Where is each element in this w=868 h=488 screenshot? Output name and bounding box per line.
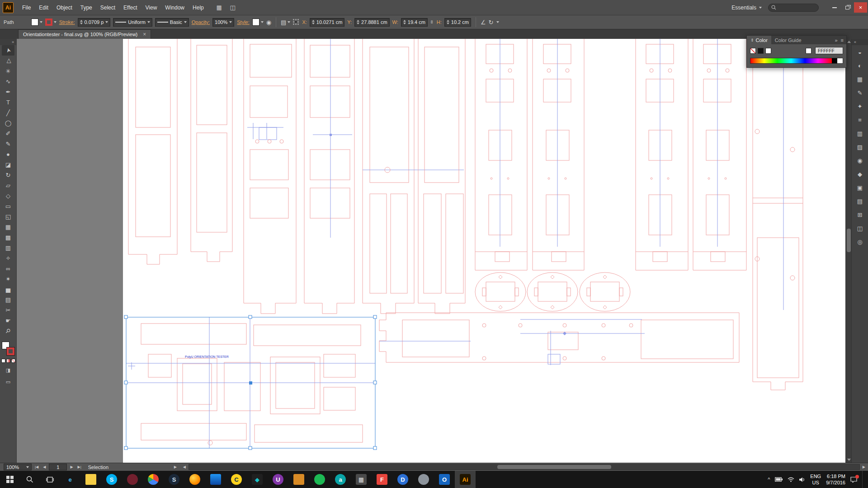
panel-icon-symbols[interactable]: ✦	[854, 100, 866, 113]
pen-tool[interactable]: ✒	[2, 87, 14, 97]
width-tool[interactable]: ◇	[2, 191, 14, 201]
color-mode-button[interactable]	[1, 359, 5, 363]
taskbar-app-green-circle[interactable]	[309, 471, 330, 488]
panel-icon-color[interactable]: ◒	[854, 46, 866, 58]
minimize-button[interactable]	[828, 2, 841, 13]
gradient-mode-button[interactable]	[6, 359, 10, 363]
selection-center-point[interactable]	[249, 381, 252, 385]
eyedropper-tool[interactable]: ✧	[2, 253, 14, 263]
taskbar-app-blue-d[interactable]: D	[392, 471, 413, 488]
menu-select[interactable]: Select	[96, 0, 119, 15]
pencil-tool[interactable]: ✎	[2, 139, 14, 149]
swatch-white[interactable]	[765, 48, 771, 54]
zoom-tool[interactable]: ⚲	[2, 326, 14, 336]
hidden-icons-chevron[interactable]: ^	[768, 477, 770, 482]
h-field[interactable]: 10.2 cm	[444, 18, 471, 27]
recolor-artwork-icon[interactable]: ◉	[266, 19, 271, 26]
panel-icon-brushes[interactable]: ✎	[854, 86, 866, 99]
color-spectrum[interactable]	[750, 58, 843, 64]
taskbar-app-teal-circle[interactable]: a	[330, 471, 351, 488]
spectrum-black-swatch[interactable]	[832, 58, 837, 63]
stroke-color-swatch[interactable]	[7, 347, 14, 355]
zoom-field[interactable]: 100%	[4, 464, 32, 470]
action-center-icon[interactable]	[850, 477, 857, 483]
opacity-panel-link[interactable]: Opacity:	[192, 19, 210, 25]
panel-icon-layers[interactable]: ▣	[854, 181, 866, 194]
tab-color[interactable]: ⇕ Color	[747, 36, 771, 44]
scroll-right-icon[interactable]: ▶	[862, 465, 866, 469]
selection-tool[interactable]: ➤	[2, 45, 14, 56]
rotate-icon[interactable]: ↻	[489, 19, 494, 26]
vertical-scrollbar[interactable]	[845, 39, 851, 463]
volume-icon[interactable]	[799, 477, 805, 482]
menu-help[interactable]: Help	[189, 0, 208, 15]
stepper-icon[interactable]	[357, 20, 359, 24]
artboard-tool[interactable]: ▤	[2, 295, 14, 305]
panel-icon-align[interactable]: ⊞	[854, 208, 866, 221]
taskbar-app-f-red[interactable]: F	[372, 471, 392, 488]
dock-expand-icon[interactable]: «	[852, 39, 868, 45]
artboard-number-field[interactable]: 1	[49, 464, 67, 470]
scale-tool[interactable]: ▱	[2, 180, 14, 191]
selection-handle[interactable]	[124, 381, 127, 384]
taskbar-app-steam[interactable]: S	[164, 471, 184, 488]
taskbar-app-firefox[interactable]	[184, 471, 205, 488]
canvas[interactable]: PolyU ORIENTATION TESTER	[17, 39, 851, 463]
stroke-panel-link[interactable]: Stroke:	[59, 19, 75, 25]
drawing-mode-button[interactable]: ◨	[2, 366, 14, 375]
none-mode-button[interactable]	[11, 359, 15, 363]
shear-icon[interactable]: ∠	[481, 19, 486, 26]
spectrum-ramp[interactable]	[750, 58, 832, 63]
fill-color-dropdown[interactable]	[31, 19, 42, 26]
search-input[interactable]	[778, 5, 816, 10]
taskbar-app-blue-shield[interactable]	[205, 471, 226, 488]
tools-collapse-icon[interactable]: »	[0, 39, 16, 45]
brush-definition-dropdown[interactable]: Basic	[155, 18, 189, 27]
restore-button[interactable]	[841, 2, 854, 13]
style-panel-link[interactable]: Style:	[237, 19, 250, 25]
menu-file[interactable]: File	[18, 0, 35, 15]
x-field[interactable]: 10.0271 cm	[310, 18, 344, 27]
start-button[interactable]	[0, 471, 20, 488]
taskbar-app-file-explorer[interactable]	[80, 471, 101, 488]
taskbar-app-amber-shield[interactable]	[288, 471, 309, 488]
panel-icon-pathfinder[interactable]: ◫	[854, 222, 866, 235]
panel-icon-transparency[interactable]: ▨	[854, 141, 866, 153]
taskbar-app-outlook[interactable]: O	[434, 471, 455, 488]
taskbar-app-maroon-circle[interactable]	[122, 471, 143, 488]
first-artboard-button[interactable]: |◀	[33, 465, 40, 469]
screen-mode-button[interactable]: ▭	[2, 377, 14, 386]
opacity-field[interactable]: 100%	[212, 18, 234, 27]
status-menu-icon[interactable]: ▶	[174, 465, 177, 469]
width-profile-dropdown[interactable]: Uniform	[113, 18, 152, 27]
blob-brush-tool[interactable]: ●	[2, 149, 14, 160]
taskbar-app-chrome[interactable]	[143, 471, 164, 488]
gradient-tool[interactable]: ▥	[2, 243, 14, 253]
fill-stroke-indicator[interactable]	[2, 342, 14, 355]
task-view-button[interactable]	[40, 471, 60, 488]
menu-type[interactable]: Type	[76, 0, 96, 15]
workspace-switcher[interactable]: Essentials	[731, 5, 762, 11]
panel-icon-color-guide[interactable]: ◐	[854, 59, 866, 72]
direct-selection-tool[interactable]: ▷	[2, 56, 14, 66]
document-layout-icon[interactable]: ◫	[228, 3, 238, 12]
selection-handle[interactable]	[373, 381, 377, 384]
scroll-up-icon[interactable]	[847, 41, 851, 43]
tab-color-guide[interactable]: Color Guide	[771, 36, 805, 44]
selection-handle[interactable]	[249, 446, 252, 450]
symbol-sprayer-tool[interactable]: ✶	[2, 274, 14, 284]
mesh-tool[interactable]: ▩	[2, 232, 14, 243]
panel-icon-graphic-styles[interactable]: ◆	[854, 168, 866, 180]
taskbar-search-button[interactable]	[20, 471, 40, 488]
taskbar-app-chip[interactable]: ▦	[351, 471, 372, 488]
taskbar-app-illustrator[interactable]: Ai	[455, 471, 476, 488]
taskbar-app-cura[interactable]: C	[226, 471, 247, 488]
scroll-down-icon[interactable]	[847, 459, 851, 461]
paintbrush-tool[interactable]: ✐	[2, 128, 14, 139]
show-desktop-button[interactable]	[862, 471, 864, 488]
panel-icon-appearance[interactable]: ◉	[854, 154, 866, 167]
constrain-proportions-icon[interactable]: ∞	[429, 20, 435, 24]
eraser-tool[interactable]: ◪	[2, 160, 14, 170]
panel-collapse-icon[interactable]: »	[835, 38, 837, 43]
taskbar-app-dark-diamond[interactable]: ◆	[247, 471, 268, 488]
